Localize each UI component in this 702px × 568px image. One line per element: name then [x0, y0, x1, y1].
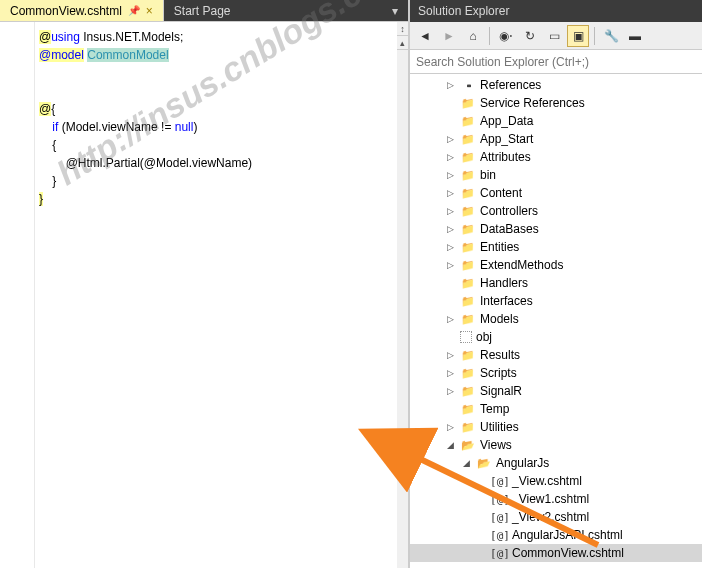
tree-node[interactable]: ▷📁Service References	[410, 94, 702, 112]
pin-icon: 📌	[128, 5, 140, 16]
cshtml-icon: [@]	[492, 510, 508, 524]
tree-node[interactable]: ▷📁SignalR	[410, 382, 702, 400]
code-editor[interactable]: @using Insus.NET.Models; @model CommonMo…	[35, 22, 397, 568]
tree-node[interactable]: ▷📁ExtendMethods	[410, 256, 702, 274]
cshtml-icon: [@]	[492, 492, 508, 506]
folder-icon: 📁	[460, 114, 476, 128]
tree-label: Handlers	[480, 276, 528, 290]
expand-icon[interactable]: ◢	[460, 458, 472, 468]
tab-label: Start Page	[174, 4, 231, 18]
tree-node[interactable]: ▷📁Content	[410, 184, 702, 202]
tree-label: Results	[480, 348, 520, 362]
cshtml-icon: [@]	[492, 546, 508, 560]
tree-node[interactable]: ▷📁Attributes	[410, 148, 702, 166]
tree-label: SignalR	[480, 384, 522, 398]
tab-commonview[interactable]: CommonView.cshtml 📌 ×	[0, 0, 164, 21]
folder-icon: 📁	[460, 168, 476, 182]
expand-icon[interactable]: ▷	[444, 206, 456, 216]
expand-icon[interactable]: ▷	[444, 152, 456, 162]
tree-node[interactable]: ▷📁Interfaces	[410, 292, 702, 310]
search-input[interactable]	[410, 50, 702, 73]
tree-node[interactable]: ▷📁Controllers	[410, 202, 702, 220]
expand-icon[interactable]: ◢	[444, 440, 456, 450]
folder-icon: 📁	[460, 186, 476, 200]
show-all-button[interactable]: ▣	[567, 25, 589, 47]
tree-node[interactable]: ▷📁Temp	[410, 400, 702, 418]
folder-open-icon: 📂	[476, 456, 492, 470]
preview-button[interactable]: ▬	[624, 25, 646, 47]
cshtml-icon: [@]	[492, 474, 508, 488]
tree-node[interactable]: ◢📂AngularJs	[410, 454, 702, 472]
close-icon[interactable]: ×	[146, 4, 153, 18]
tree-label: Utilities	[480, 420, 519, 434]
expand-icon[interactable]: ▷	[444, 134, 456, 144]
tree-label: obj	[476, 330, 492, 344]
expand-icon[interactable]: ▷	[444, 170, 456, 180]
folder-icon: 📁	[460, 150, 476, 164]
chevron-down-icon[interactable]: ▾	[392, 4, 398, 18]
sync-button[interactable]: ◉⋅	[495, 25, 517, 47]
properties-button[interactable]: 🔧	[600, 25, 622, 47]
tree-label: _View.cshtml	[512, 474, 582, 488]
tree-label: App_Start	[480, 132, 533, 146]
tree-node[interactable]: ▷📁Entities	[410, 238, 702, 256]
tree-label: _View1.cshtml	[512, 492, 589, 506]
tree-node[interactable]: ▷[@]_View2.cshtml	[410, 508, 702, 526]
tree-node[interactable]: ▷📁App_Start	[410, 130, 702, 148]
tree-node[interactable]: ▷📁Scripts	[410, 364, 702, 382]
tree-node[interactable]: ▷📁Results	[410, 346, 702, 364]
tree-node[interactable]: ▷▪▪References	[410, 76, 702, 94]
expand-icon[interactable]: ▷	[444, 314, 456, 324]
solution-explorer-toolbar: ◄ ► ⌂ ◉⋅ ↻ ▭ ▣ 🔧 ▬	[410, 22, 702, 50]
tree-label: Entities	[480, 240, 519, 254]
expand-icon[interactable]: ▷	[444, 350, 456, 360]
tree-node[interactable]: ▷[@]_View.cshtml	[410, 472, 702, 490]
expand-icon[interactable]: ▷	[444, 80, 456, 90]
expand-icon[interactable]: ▷	[444, 242, 456, 252]
tree-label: Models	[480, 312, 519, 326]
back-button[interactable]: ◄	[414, 25, 436, 47]
collapse-button[interactable]: ▭	[543, 25, 565, 47]
tree-node[interactable]: ▷[@]CommonView.cshtml	[410, 544, 702, 562]
tree-node[interactable]: ▷[@]AngularJsAPI.cshtml	[410, 526, 702, 544]
tree-label: AngularJs	[496, 456, 549, 470]
tree-label: App_Data	[480, 114, 533, 128]
tree-label: ExtendMethods	[480, 258, 563, 272]
expand-icon[interactable]: ▷	[444, 260, 456, 270]
home-button[interactable]: ⌂	[462, 25, 484, 47]
tree-node[interactable]: ▷obj	[410, 328, 702, 346]
tree-node[interactable]: ▷📁Handlers	[410, 274, 702, 292]
tree-node[interactable]: ▷[@]_View1.cshtml	[410, 490, 702, 508]
tree-node[interactable]: ▷📁Utilities	[410, 418, 702, 436]
folder-icon: 📁	[460, 276, 476, 290]
tree-label: Temp	[480, 402, 509, 416]
expand-icon[interactable]: ▷	[444, 224, 456, 234]
tree-node[interactable]: ◢📂Views	[410, 436, 702, 454]
nav-up-icon[interactable]: ▴	[397, 36, 408, 50]
expand-icon[interactable]: ▷	[444, 188, 456, 198]
solution-tree[interactable]: ▷▪▪References▷📁Service References▷📁App_D…	[410, 74, 702, 568]
folder-icon: 📁	[460, 312, 476, 326]
tree-node[interactable]: ▷📁App_Data	[410, 112, 702, 130]
obj-icon	[460, 331, 472, 343]
cshtml-icon: [@]	[492, 528, 508, 542]
tab-startpage[interactable]: Start Page ▾	[164, 0, 409, 21]
tree-node[interactable]: ▷📁DataBases	[410, 220, 702, 238]
folder-icon: 📁	[460, 222, 476, 236]
expand-icon[interactable]: ▷	[444, 386, 456, 396]
tree-label: Service References	[480, 96, 585, 110]
folder-icon: 📁	[460, 366, 476, 380]
folder-icon: 📁	[460, 420, 476, 434]
tree-label: Content	[480, 186, 522, 200]
tree-label: DataBases	[480, 222, 539, 236]
folder-icon: 📁	[460, 96, 476, 110]
tree-node[interactable]: ▷📁Models	[410, 310, 702, 328]
expand-icon[interactable]: ▷	[444, 368, 456, 378]
tree-label: References	[480, 78, 541, 92]
forward-button[interactable]: ►	[438, 25, 460, 47]
tree-label: Views	[480, 438, 512, 452]
split-button[interactable]: ↕	[397, 22, 408, 36]
refresh-button[interactable]: ↻	[519, 25, 541, 47]
expand-icon[interactable]: ▷	[444, 422, 456, 432]
tree-node[interactable]: ▷📁bin	[410, 166, 702, 184]
